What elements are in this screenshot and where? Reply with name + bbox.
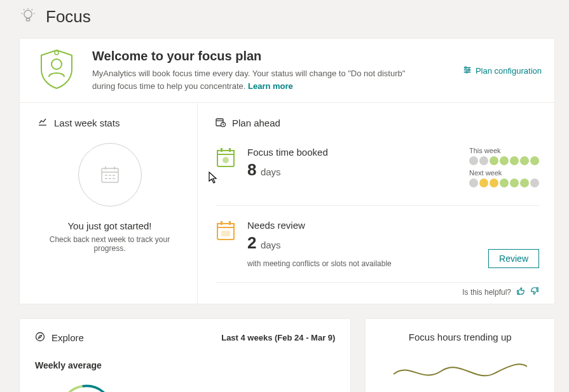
week-dots-block: This week Next week [469, 147, 539, 191]
plan-ahead-heading: Plan ahead [232, 118, 280, 128]
svg-point-5 [466, 71, 468, 73]
review-button[interactable]: Review [488, 249, 539, 268]
needs-review-row: Needs review 2 days with meeting conflic… [216, 205, 539, 282]
svg-rect-15 [217, 224, 234, 227]
calendar-green-icon [216, 147, 236, 191]
next-week-dots [469, 179, 539, 187]
calendar-yellow-icon [216, 220, 236, 268]
thumbs-down-icon[interactable] [530, 287, 539, 297]
svg-rect-17 [229, 221, 231, 225]
last-week-stats: Last week stats You just got started! Ch… [20, 103, 198, 304]
svg-point-19 [36, 333, 45, 341]
svg-point-3 [465, 67, 467, 69]
trend-title: Focus hours trending up [381, 332, 539, 342]
weekly-average-arc [35, 379, 335, 392]
empty-stats-circle [78, 143, 142, 206]
welcome-title: Welcome to your focus plan [92, 49, 445, 64]
booked-unit: days [261, 166, 281, 177]
page-title: Focus [46, 7, 91, 27]
this-week-dots [469, 156, 539, 165]
svg-rect-18 [221, 231, 230, 236]
plan-ahead: Plan ahead Focus time booked 8 [198, 103, 554, 304]
svg-point-4 [468, 69, 470, 71]
compass-icon [35, 332, 45, 344]
plan-configuration-link[interactable]: Plan configuration [463, 65, 542, 76]
svg-point-1 [51, 59, 62, 69]
svg-rect-11 [221, 148, 223, 152]
review-unit: days [261, 240, 281, 250]
svg-point-2 [55, 51, 58, 55]
thumbs-up-icon[interactable] [516, 287, 525, 297]
svg-point-13 [223, 157, 229, 163]
helpful-row: Is this helpful? [216, 282, 539, 297]
bottom-row: Explore Last 4 weeks (Feb 24 - Mar 9) We… [19, 318, 555, 392]
welcome-banner: Welcome to your focus plan MyAnalytics w… [20, 39, 554, 103]
last-week-heading: Last week stats [54, 118, 120, 128]
lightbulb-icon [19, 6, 37, 27]
svg-point-0 [24, 10, 32, 18]
sliders-icon [463, 65, 472, 76]
explore-heading: Explore [51, 332, 84, 343]
last-week-sub: Check back next week to track your progr… [38, 235, 182, 253]
review-value: 2 [247, 233, 256, 253]
learn-more-link[interactable]: Learn more [248, 81, 293, 91]
next-week-label: Next week [469, 169, 539, 177]
review-title: Needs review [247, 220, 477, 231]
booked-title: Focus time booked [247, 147, 458, 158]
last-week-msg: You just got started! [38, 220, 182, 231]
welcome-desc: MyAnalytics will book focus time every d… [92, 67, 410, 92]
trend-card: Focus hours trending up Your time availa… [365, 318, 555, 392]
calendar-clock-icon [216, 117, 226, 129]
svg-rect-12 [229, 148, 231, 152]
page-header: Focus [19, 6, 555, 27]
booked-value: 8 [247, 160, 256, 180]
svg-rect-10 [217, 151, 234, 154]
review-note: with meeting conflicts or slots not avai… [247, 259, 477, 268]
this-week-label: This week [469, 147, 539, 154]
focus-main-card: Welcome to your focus plan MyAnalytics w… [19, 38, 555, 304]
explore-range: Last 4 weeks (Feb 24 - Mar 9) [221, 333, 335, 342]
helpful-label: Is this helpful? [462, 288, 511, 297]
weekly-average-label: Weekly average [35, 360, 335, 370]
shield-user-icon [39, 49, 74, 92]
trend-sparkline [381, 355, 539, 389]
explore-card: Explore Last 4 weeks (Feb 24 - Mar 9) We… [19, 318, 351, 392]
focus-time-booked-row: Focus time booked 8 days This week Next … [216, 143, 539, 205]
svg-rect-16 [221, 221, 223, 225]
chart-line-icon [38, 117, 48, 129]
